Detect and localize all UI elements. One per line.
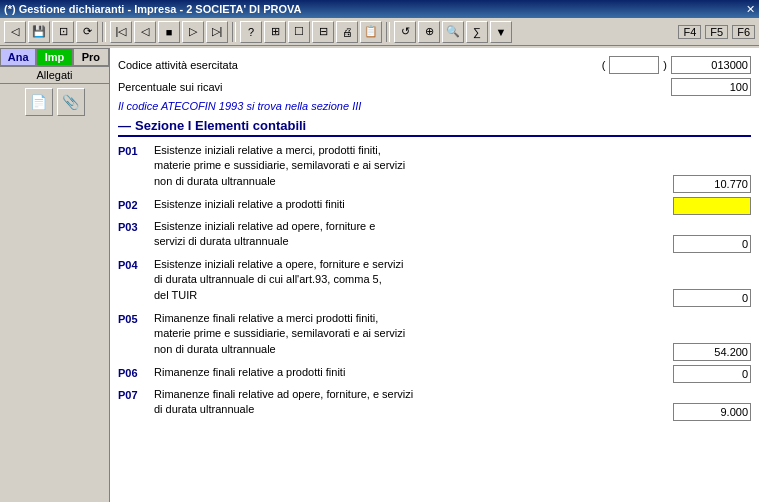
tool7[interactable]: ⊕ <box>418 21 440 43</box>
copy-button[interactable]: ⊡ <box>52 21 74 43</box>
back-button[interactable]: ◁ <box>4 21 26 43</box>
help-button[interactable]: ? <box>240 21 262 43</box>
fn-keys: F4 F5 F6 <box>678 25 755 39</box>
close-paren: ) <box>659 59 671 67</box>
codice-row: Codice attività esercitata ( ) <box>118 56 751 67</box>
side-tab-pro[interactable]: Pro <box>73 48 109 66</box>
tool6[interactable]: ↺ <box>394 21 416 43</box>
f4-key[interactable]: F4 <box>678 25 701 39</box>
nav-last[interactable]: ▷| <box>206 21 228 43</box>
side-tab-imp[interactable]: Imp <box>36 48 72 66</box>
nav-prev[interactable]: ◁ <box>134 21 156 43</box>
f6-key[interactable]: F6 <box>732 25 755 39</box>
toolbar: ◁ 💾 ⊡ ⟳ |◁ ◁ ■ ▷ ▷| ? ⊞ ☐ ⊟ 🖨 📋 ↺ ⊕ 🔍 ∑ … <box>0 18 759 46</box>
side-panel: Ana Imp Pro Allegati 📄 📎 <box>0 48 110 67</box>
title-bar: (*) Gestione dichiaranti - Impresa - 2 S… <box>0 0 759 18</box>
tool3[interactable]: ⊟ <box>312 21 334 43</box>
f5-key[interactable]: F5 <box>705 25 728 39</box>
nav-stop[interactable]: ■ <box>158 21 180 43</box>
codice-input[interactable] <box>671 56 751 67</box>
main-content: Codice attività esercitata ( ) Percentua… <box>110 48 759 67</box>
side-tabs: Ana Imp Pro <box>0 48 109 67</box>
side-tab-ana[interactable]: Ana <box>0 48 36 66</box>
tool2[interactable]: ☐ <box>288 21 310 43</box>
tool9[interactable]: ∑ <box>466 21 488 43</box>
open-paren: ( <box>598 59 610 67</box>
codice-parens-input[interactable] <box>609 56 659 67</box>
sep1 <box>102 22 106 42</box>
window-title: (*) Gestione dichiaranti - Impresa - 2 S… <box>4 3 301 15</box>
tool1[interactable]: ⊞ <box>264 21 286 43</box>
sep2 <box>232 22 236 42</box>
nav-next[interactable]: ▷ <box>182 21 204 43</box>
codice-label: Codice attività esercitata <box>118 59 598 67</box>
refresh-button[interactable]: ⟳ <box>76 21 98 43</box>
close-button[interactable]: ✕ <box>746 3 755 16</box>
tool10[interactable]: ▼ <box>490 21 512 43</box>
tool5[interactable]: 📋 <box>360 21 382 43</box>
nav-first[interactable]: |◁ <box>110 21 132 43</box>
sep3 <box>386 22 390 42</box>
tool4[interactable]: 🖨 <box>336 21 358 43</box>
tool8[interactable]: 🔍 <box>442 21 464 43</box>
save-button[interactable]: 💾 <box>28 21 50 43</box>
